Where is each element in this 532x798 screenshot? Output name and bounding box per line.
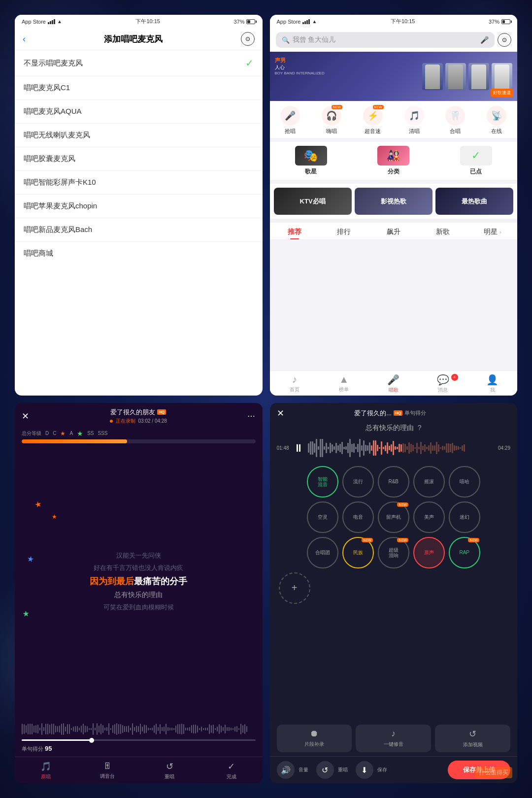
wf-bar xyxy=(185,728,186,730)
star-b: ★ xyxy=(60,430,66,437)
wf-bar xyxy=(154,725,155,733)
section-gexing[interactable]: 🎭 歌星 xyxy=(270,146,353,176)
yuanchang-label: 原唱 xyxy=(41,773,51,780)
signal-bars-1 xyxy=(48,19,55,24)
tab-paihang[interactable]: 排行 xyxy=(319,223,369,239)
effect-liuxing[interactable]: 流行 xyxy=(342,466,374,498)
effect-zhihuihunyin[interactable]: 智能混音 xyxy=(307,466,338,498)
effect-yaoguen[interactable]: 摇滚 xyxy=(413,466,445,498)
p4-close-button[interactable]: ✕ xyxy=(277,408,284,419)
p3-close-button[interactable]: ✕ xyxy=(22,411,29,422)
p4-play-button[interactable]: ⏸ xyxy=(293,442,304,455)
wf-bar xyxy=(199,728,200,731)
icon-hechang[interactable]: 🦷 合唱 xyxy=(435,106,476,135)
nav-sing[interactable]: 🎤 唱歌 xyxy=(369,374,419,394)
tab-mingxing[interactable]: 明星 › xyxy=(468,223,518,239)
p3-nav-wancheng[interactable]: ✓ 完成 xyxy=(200,761,263,780)
p4-wf-bar-item xyxy=(347,443,349,453)
wf-bar xyxy=(169,728,170,731)
wf-bar xyxy=(144,725,145,734)
record-icon-1[interactable]: ⊙ xyxy=(241,32,255,46)
mic-item-1[interactable]: 唱吧麦克风C1 xyxy=(15,76,263,100)
effect-dianyun[interactable]: 电音 xyxy=(342,501,374,533)
effect-liushenji[interactable]: NEW 留声机 xyxy=(378,501,409,533)
icon-qiangchang[interactable]: 🎤 抢唱 xyxy=(270,106,311,135)
chaoji-label: 超级混响 xyxy=(389,547,399,558)
effect-xiha[interactable]: 嘻哈 xyxy=(449,466,480,498)
big-card-movie[interactable]: 影视热歌 xyxy=(355,188,432,215)
nav-home[interactable]: ♪ 首页 xyxy=(270,374,320,394)
p3-more-button[interactable]: ⋯ xyxy=(247,411,255,421)
tab-xinge[interactable]: 新歌 xyxy=(418,223,468,239)
mic-item-6[interactable]: 唱吧苹果麦克风chopin xyxy=(15,195,263,218)
status-bar-1: App Store ▲ 下午10:15 37% xyxy=(15,15,263,28)
back-button[interactable]: ‹ xyxy=(23,34,26,44)
effect-mihuan[interactable]: 迷幻 xyxy=(449,501,480,533)
record-icon-2[interactable]: ⊙ xyxy=(498,33,511,47)
progress-bar-thin[interactable] xyxy=(22,739,256,741)
icon-qingchang[interactable]: 🎵 清唱 xyxy=(394,106,435,135)
wf-bar xyxy=(53,724,54,735)
p4-wf-bar-item xyxy=(373,440,374,456)
effect-add-button[interactable]: + xyxy=(279,572,310,604)
mic-item-4[interactable]: 唱吧胶囊麦克风 xyxy=(15,147,263,171)
big-card-hot[interactable]: 最热歌曲 xyxy=(435,188,513,215)
wf-bar xyxy=(43,727,44,732)
p3-nav-tiaoyintai[interactable]: 🎚 调音台 xyxy=(77,761,139,780)
icon-chaoyinsu[interactable]: ⚡ NEW 超音速 xyxy=(352,106,394,135)
mic-item-label-8: 唱吧商城 xyxy=(24,249,53,258)
effect-rnb[interactable]: R&B xyxy=(378,466,409,498)
tab-biaosheng[interactable]: 飙升 xyxy=(369,223,419,239)
p4-volume-btn[interactable]: 🔊 xyxy=(277,761,295,779)
effect-yuansheng[interactable]: 原声 xyxy=(413,537,445,568)
p4-wf-bar-item xyxy=(402,443,404,453)
wf-bar xyxy=(89,728,90,730)
effect-hechangtuan[interactable]: 合唱团 xyxy=(307,537,338,568)
mic-item-7[interactable]: 唱吧新品麦克风Bach xyxy=(15,218,263,242)
p3-nav-yuanchang[interactable]: 🎵 原唱 xyxy=(15,761,77,780)
mic-item-3[interactable]: 唱吧无线喇叭麦克风 xyxy=(15,124,263,147)
p3-nav-rechang[interactable]: ↺ 重唱 xyxy=(138,761,200,780)
mic-item-2[interactable]: 唱吧麦克风AQUA xyxy=(15,100,263,124)
p4-wf-bar-item xyxy=(450,444,451,452)
mic-item-8[interactable]: 唱吧商城 xyxy=(15,242,263,265)
wf-bar xyxy=(114,724,115,734)
tool-pianduanpulu[interactable]: ⏺ 片段补录 xyxy=(277,725,352,752)
section-yidian[interactable]: ✓ 已点 xyxy=(435,146,518,176)
wf-bar xyxy=(183,724,184,734)
nav-profile[interactable]: 👤 我 xyxy=(468,374,518,394)
wf-bar xyxy=(234,727,235,732)
p4-wf-bar-item xyxy=(430,442,432,453)
effect-kongling[interactable]: 空灵 xyxy=(307,501,338,533)
icon-haichang[interactable]: 🎧 NEW 嗨唱 xyxy=(311,106,352,135)
effect-chaoji[interactable]: NEW 超级混响 xyxy=(378,537,409,568)
tool-yijianxiuyin[interactable]: ♪ 一键修音 xyxy=(356,725,431,752)
banner-area[interactable]: 声男 人心 BOY BAND INTERNALIZED xyxy=(270,52,518,101)
hechang-label: 合唱 xyxy=(450,128,461,135)
wf-bar xyxy=(49,725,50,733)
mic-item-0[interactable]: 不显示唱吧麦克风 ✓ xyxy=(15,50,263,76)
nav-message[interactable]: 4 💬 消息 xyxy=(418,374,468,394)
p4-wf-bar-item xyxy=(341,442,343,454)
tool-tianjiashepin[interactable]: ↺ 添加视频 xyxy=(435,725,510,752)
section-fenlei[interactable]: 🎎 分类 xyxy=(352,146,435,176)
p4-rechang-btn[interactable]: ↺ xyxy=(316,761,334,779)
p4-save-btn-icon[interactable]: ⬇ xyxy=(356,761,373,779)
float-star-3: ★ xyxy=(22,608,30,618)
big-card-ktv[interactable]: KTV必唱 xyxy=(274,188,352,215)
search-bar[interactable]: 🔍 我曾 鱼大仙儿 🎤 xyxy=(276,32,495,48)
qingchang-label: 清唱 xyxy=(409,128,420,135)
mic-search-icon[interactable]: 🎤 xyxy=(480,36,489,44)
tab-tuijian[interactable]: 推荐 xyxy=(270,223,320,239)
p4-wf-bar-item xyxy=(308,443,309,453)
icon-zaixian[interactable]: 📡 在线 xyxy=(476,106,517,135)
effect-rap[interactable]: NEW RAP xyxy=(449,537,480,568)
effect-meisheng[interactable]: 美声 xyxy=(413,501,445,533)
mic-item-5[interactable]: 唱吧智能彩屏声卡K10 xyxy=(15,171,263,195)
panel-add-microphone: App Store ▲ 下午10:15 37% ‹ 添加唱吧麦克风 xyxy=(15,15,263,396)
nav-chart[interactable]: ▲ 榜单 xyxy=(319,374,369,394)
effect-minzu[interactable]: NEW 民族 xyxy=(342,537,374,568)
wf-bar xyxy=(201,727,202,732)
p4-wf-bar-item xyxy=(416,443,418,453)
p3-time: 03:02 / 04:28 xyxy=(138,418,167,424)
